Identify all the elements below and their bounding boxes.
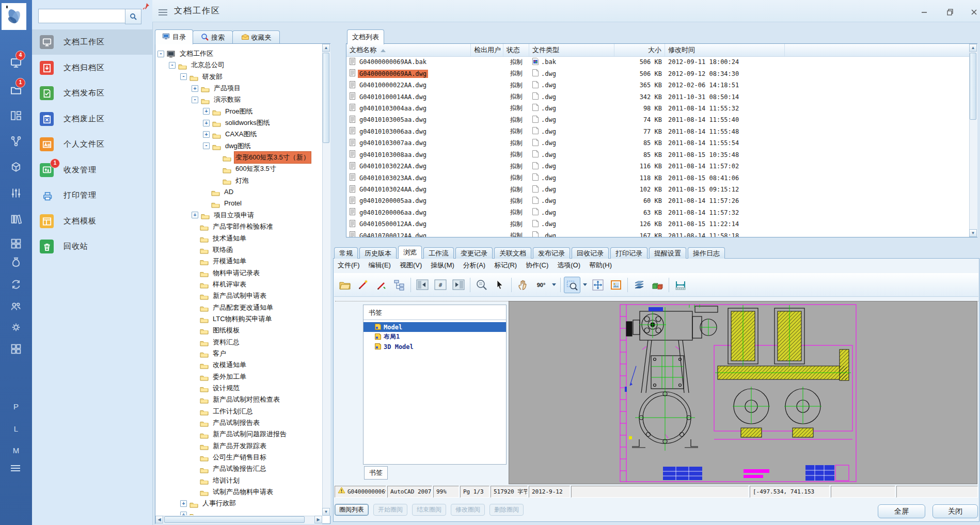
grid-icon[interactable] <box>10 237 22 250</box>
column-header[interactable]: 大小 <box>614 44 665 56</box>
tree-node[interactable]: +人事行政部 <box>180 498 322 509</box>
tree-node[interactable]: 新产品试制对照检查表 <box>192 394 322 405</box>
doc-row[interactable]: G04010103024AA.dwg拟制.dwg102 KB2011-08-15… <box>346 184 969 195</box>
tree-tab-fav[interactable]: 收藏夹 <box>232 30 280 44</box>
collapse-icon[interactable]: - <box>169 62 176 69</box>
detail-tab-常规[interactable]: 常规 <box>334 247 358 259</box>
tree-node[interactable]: 产品配套更改通知单 <box>192 302 322 313</box>
sliders-icon[interactable] <box>10 187 22 199</box>
dropdown-caret-icon[interactable] <box>583 283 587 286</box>
collapse-icon[interactable]: - <box>203 142 210 149</box>
doc-row[interactable]: G04010500012AA.dwg拟制.dwg126 KB2011-08-15… <box>346 218 969 230</box>
tree-node[interactable]: AD <box>203 186 322 198</box>
doc-row[interactable]: g04010103008aa.dwg拟制.dwg85 KB2011-08-15 … <box>346 149 969 161</box>
tree-node[interactable]: +产品项目 <box>192 83 322 94</box>
tree-node[interactable]: -北京总公司 <box>169 59 322 71</box>
hand-tool-button[interactable] <box>515 277 531 293</box>
column-header[interactable]: 修改时间 <box>665 44 785 56</box>
tree-node[interactable]: 600短泵3.5寸 <box>214 163 322 174</box>
tree-hscroll-thumb[interactable] <box>164 516 305 523</box>
tree-node[interactable]: -研发部 <box>180 71 322 83</box>
expand-icon[interactable]: + <box>180 512 187 515</box>
detail-tab-提醒设置[interactable]: 提醒设置 <box>649 247 686 259</box>
collapse-icon[interactable]: - <box>192 97 198 103</box>
detail-tab-操作日志[interactable]: 操作日志 <box>688 247 725 259</box>
sidebar-item-print[interactable]: 打印管理 <box>32 183 152 208</box>
doc-row[interactable]: G04010103023AA.dwg拟制.dwg118 KB2011-08-15… <box>346 172 969 183</box>
expand-icon[interactable]: + <box>180 500 187 507</box>
pin-icon[interactable] <box>143 3 150 10</box>
detail-tab-回收记录[interactable]: 回收记录 <box>572 247 609 259</box>
close-button[interactable]: 关闭 <box>932 504 978 518</box>
tree-tab-search[interactable]: 搜索 <box>193 30 233 44</box>
bag-icon[interactable] <box>10 256 22 268</box>
pen-star-tool-button[interactable] <box>355 277 371 293</box>
menu-V[interactable]: 视图(V) <box>400 261 422 270</box>
detail-tab-变更记录[interactable]: 变更记录 <box>455 247 493 259</box>
detail-tab-发布记录[interactable]: 发布记录 <box>533 247 570 259</box>
layers-tool-button[interactable] <box>631 277 647 293</box>
tree-scroll-right-icon[interactable]: ▶ <box>314 516 322 523</box>
tree-scroll-up-icon[interactable]: ▲ <box>322 44 330 52</box>
tree-node[interactable]: 变形600短泵3.5寸（新） <box>214 152 322 163</box>
tree-scroll-left-icon[interactable]: ◀ <box>155 516 163 523</box>
sidebar-item-publish[interactable]: 文档发布区 <box>32 81 152 106</box>
tree-vscroll-thumb[interactable] <box>323 53 329 143</box>
rail-letter-p[interactable]: P <box>0 402 32 411</box>
detail-tab-浏览[interactable]: 浏览 <box>398 246 422 259</box>
menu-R[interactable]: 标记(R) <box>494 261 517 270</box>
tree-node[interactable]: 资料汇总 <box>192 337 322 348</box>
tree-node[interactable]: 公司生产销售目标 <box>192 452 322 463</box>
tree-node[interactable]: 改模通知单 <box>192 359 322 371</box>
doc-row[interactable]: G04010000022AA.dwg拟制.dwg365 KB2012-02-06… <box>346 79 969 91</box>
expand-icon[interactable]: + <box>203 108 210 115</box>
tree-node[interactable]: 技术通知单 <box>192 233 322 244</box>
column-header[interactable]: 状态 <box>503 44 529 56</box>
cursor-tool-button[interactable] <box>492 277 508 293</box>
tree-node[interactable]: -文档工作区 <box>157 48 322 59</box>
rail-letter-l[interactable]: L <box>0 424 32 433</box>
column-header[interactable]: 文件类型 <box>529 44 614 56</box>
collapse-icon[interactable]: - <box>157 51 164 57</box>
fit-tool-button[interactable] <box>590 277 606 293</box>
users-icon[interactable] <box>10 300 22 313</box>
ruler-tool-button[interactable] <box>672 277 689 293</box>
doc-list-tab[interactable]: 文档列表 <box>347 29 384 44</box>
sidebar-item-archive[interactable]: 文档归档区 <box>32 55 152 81</box>
tree-node[interactable]: 委外加工单 <box>192 371 322 383</box>
tree-node[interactable]: 试制产品物料申请表 <box>192 486 322 498</box>
menu-A[interactable]: 分析(A) <box>463 261 485 270</box>
columns-icon[interactable] <box>10 109 22 122</box>
column-header[interactable]: 文档名称 <box>346 44 471 56</box>
rail-menu-icon[interactable] <box>11 464 20 473</box>
search-button[interactable] <box>125 9 141 24</box>
rail-letter-m[interactable]: M <box>0 446 32 455</box>
search-input[interactable] <box>38 9 127 23</box>
minimize-button[interactable] <box>916 7 932 17</box>
doc-row[interactable]: g04010103007aa.dwg拟制.dwg85 KB2011-08-14 … <box>346 137 969 149</box>
column-header[interactable]: 检出用户 <box>471 44 503 56</box>
gear-icon[interactable] <box>10 321 22 333</box>
tree-node[interactable]: 图纸模板 <box>192 325 322 336</box>
sidebar-item-recycle[interactable]: 回收站 <box>32 234 152 259</box>
tree-scroll-down-icon[interactable]: ▼ <box>322 508 330 516</box>
solids-tool-button[interactable] <box>649 277 666 293</box>
expand-icon[interactable]: + <box>192 212 198 218</box>
tree-node[interactable]: 产品试验报告汇总 <box>192 463 322 474</box>
sidebar-item-personal[interactable]: 个人文件区 <box>32 132 152 157</box>
bookmark-item[interactable]: 3D Model <box>363 342 506 352</box>
tree-node[interactable]: -演示数据 <box>192 94 322 105</box>
tree-node[interactable]: 样机评审表 <box>192 279 322 290</box>
review-button-开始圈阅[interactable]: 开始圈阅 <box>373 504 407 516</box>
sidebar-item-template[interactable]: 文档模板 <box>32 209 152 234</box>
menu-F[interactable]: 文件(F) <box>338 261 360 270</box>
menu-H[interactable]: 帮助(H) <box>589 261 612 270</box>
sidebar-item-workspace[interactable]: 文档工作区 <box>32 29 152 55</box>
tree-node[interactable]: 设计规范 <box>192 383 322 394</box>
review-button-删除圈阅[interactable]: 删除圈阅 <box>489 504 524 516</box>
menu-M[interactable]: 操纵(M) <box>431 261 454 270</box>
nodes-icon[interactable] <box>10 135 22 148</box>
nav-next-tool-button[interactable] <box>450 277 467 293</box>
sidebar-item-void[interactable]: 文档废止区 <box>32 106 152 132</box>
tree-node[interactable]: +Proe图纸 <box>203 106 322 117</box>
